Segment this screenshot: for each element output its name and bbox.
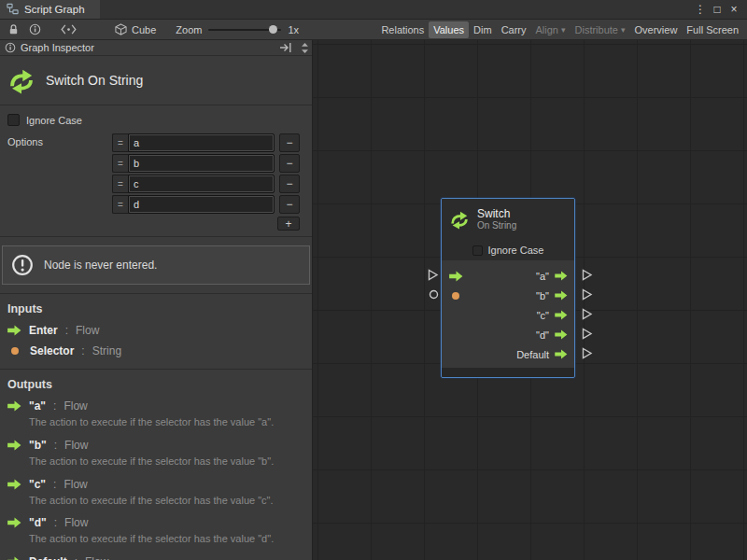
drag-handle-icon[interactable]: = <box>112 195 128 214</box>
info-button[interactable] <box>25 21 44 38</box>
node-row-b: "b" <box>442 286 574 305</box>
options-label: Options <box>7 133 112 231</box>
option-input-d[interactable] <box>128 195 275 214</box>
inputs-header: Inputs <box>0 294 312 320</box>
dim-button[interactable]: Dim <box>469 21 497 38</box>
switch-node[interactable]: Switch On String Ignore Case "a" <box>441 198 575 378</box>
output-item-c: "c":Flow <box>0 474 312 495</box>
output-port-a[interactable] <box>581 269 593 281</box>
switch-node-header[interactable]: Switch On String <box>442 199 574 240</box>
option-input-a[interactable] <box>128 133 275 152</box>
option-row: = − <box>112 133 300 152</box>
node-title: Switch <box>477 207 516 220</box>
lock-icon <box>7 23 20 35</box>
zoom-slider[interactable] <box>208 29 281 31</box>
titlebar: Script Graph ⋮ □ × <box>0 0 747 20</box>
inspector-node-title: Switch On String <box>46 73 143 88</box>
drag-handle-icon[interactable]: = <box>112 175 128 193</box>
option-input-c[interactable] <box>128 175 275 193</box>
output-port-d[interactable] <box>581 328 593 340</box>
switch-on-string-icon <box>449 209 470 230</box>
output-item-d: "d":Flow <box>0 512 312 533</box>
output-item-b: "b":Flow <box>0 435 312 455</box>
relations-button[interactable]: Relations <box>376 21 429 38</box>
node-title-block: Switch On String <box>0 56 312 105</box>
drag-handle-icon[interactable]: = <box>112 133 128 152</box>
overview-button[interactable]: Overview <box>630 21 683 38</box>
tab-script-graph[interactable]: Script Graph <box>0 0 100 19</box>
ignore-case-checkbox[interactable] <box>7 114 20 126</box>
output-port-default[interactable] <box>581 347 593 359</box>
node-row-d: "d" <box>442 325 574 344</box>
ignore-case-checkbox[interactable] <box>472 245 483 256</box>
graph-canvas[interactable]: Switch On String Ignore Case "a" <box>313 40 747 560</box>
remove-option-button[interactable]: − <box>279 133 300 152</box>
output-item-a: "a":Flow <box>0 396 312 416</box>
flow-arrow-icon[interactable] <box>555 290 568 301</box>
target-label: Cube <box>132 24 156 35</box>
code-icon <box>61 24 77 35</box>
distribute-dropdown[interactable]: Distribute▾ <box>571 21 630 38</box>
flow-arrow-icon[interactable] <box>555 329 568 340</box>
node-port-rows: "a" "b" "c" "d" <box>442 260 574 368</box>
window-controls: ⋮ □ × <box>692 0 747 19</box>
warning-icon <box>11 254 34 276</box>
code-view-button[interactable] <box>59 21 78 38</box>
node-port-label: "b" <box>536 290 549 301</box>
remove-option-button[interactable]: − <box>279 154 300 173</box>
option-row: = − <box>112 175 300 193</box>
flow-arrow-icon[interactable] <box>555 310 568 320</box>
add-option-button[interactable]: + <box>277 217 300 231</box>
flow-arrow-icon[interactable] <box>555 349 568 359</box>
warning-box: Node is never entered. <box>2 245 310 285</box>
window-menu-icon[interactable]: ⋮ <box>692 1 709 18</box>
zoom-label: Zoom <box>176 24 202 35</box>
node-port-label: "d" <box>536 329 549 341</box>
info-icon <box>5 42 16 53</box>
option-input-b[interactable] <box>128 154 275 173</box>
window-maximize-icon[interactable]: □ <box>709 1 726 18</box>
options-list: Options = − = − = − <box>0 130 312 236</box>
zoom-control: Zoom 1x <box>176 24 299 35</box>
zoom-value: 1x <box>288 24 299 35</box>
script-graph-icon <box>7 3 19 17</box>
flow-arrow-icon <box>7 479 21 490</box>
enter-flow-arrow-icon[interactable] <box>449 271 463 282</box>
option-row: = − <box>112 195 300 214</box>
dock-inspector-icon[interactable] <box>279 42 292 53</box>
warning-text: Node is never entered. <box>44 259 157 272</box>
zoom-slider-knob[interactable] <box>269 25 277 34</box>
selector-input-port[interactable] <box>429 289 439 300</box>
enter-input-port[interactable] <box>427 269 439 281</box>
node-subtitle: On String <box>477 220 516 231</box>
output-port-c[interactable] <box>581 308 593 320</box>
input-item-selector: Selector:String <box>0 341 312 361</box>
flow-arrow-icon <box>7 325 21 336</box>
switch-on-string-icon <box>7 66 35 94</box>
output-desc-b: The action to execute if the selector ha… <box>0 455 312 474</box>
graph-toolbar: Cube Zoom 1x Relations Values Dim Carry … <box>0 20 747 40</box>
fullscreen-button[interactable]: Full Screen <box>682 21 743 38</box>
remove-option-button[interactable]: − <box>279 175 300 193</box>
output-port-b[interactable] <box>581 288 593 301</box>
input-item-enter: Enter:Flow <box>0 320 312 341</box>
outputs-header: Outputs <box>0 370 312 396</box>
values-button[interactable]: Values <box>429 21 469 38</box>
flow-arrow-icon[interactable] <box>555 271 568 281</box>
node-row-c: "c" <box>442 305 574 325</box>
tab-label: Script Graph <box>24 4 85 15</box>
target-selector[interactable]: Cube <box>111 23 160 35</box>
window-close-icon[interactable]: × <box>726 1 742 18</box>
inspector-title: Graph Inspector <box>21 42 94 53</box>
align-dropdown[interactable]: Align▾ <box>531 21 571 38</box>
node-row-default: Default <box>442 344 574 364</box>
node-footer <box>442 368 574 377</box>
selector-string-dot-icon[interactable] <box>452 292 459 300</box>
lock-button[interactable] <box>4 21 22 38</box>
carry-button[interactable]: Carry <box>497 21 531 38</box>
inspector-header: Graph Inspector <box>0 40 312 56</box>
drag-handle-icon[interactable]: = <box>112 154 128 173</box>
panel-scroll-arrows-icon[interactable] <box>301 42 309 54</box>
remove-option-button[interactable]: − <box>279 195 300 214</box>
graph-inspector-panel: Graph Inspector Switch On String Ignore … <box>0 40 313 560</box>
